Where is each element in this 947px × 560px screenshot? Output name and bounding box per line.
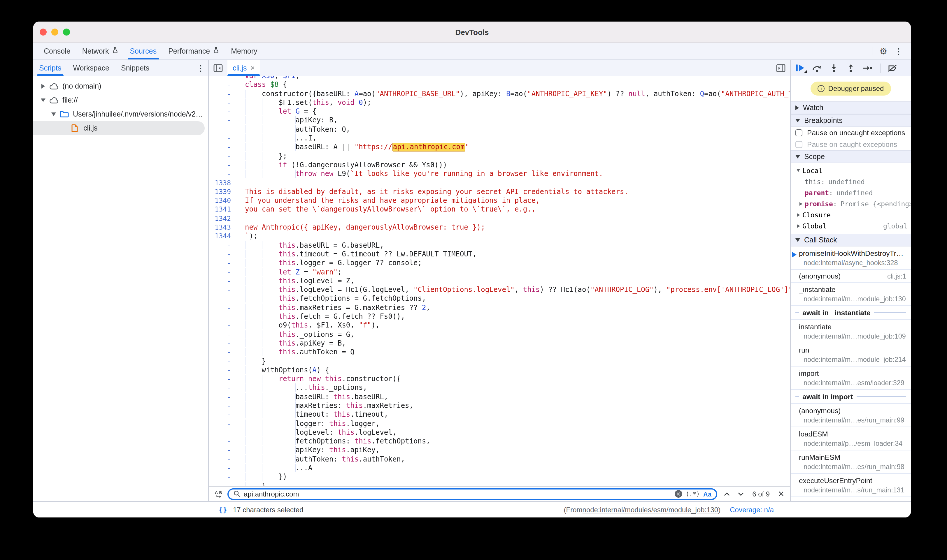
- close-find-bar-icon[interactable]: ✕: [778, 489, 784, 498]
- clear-search-icon[interactable]: ✕: [675, 490, 682, 498]
- scope-property-promise[interactable]: promise:Promise {<pending>}: [791, 198, 911, 209]
- call-stack-frame[interactable]: runnode:internal/m…module_job:214: [791, 343, 911, 366]
- code-line[interactable]: 1341you can set the \`dangerouslyAllowBr…: [209, 205, 790, 214]
- code-line[interactable]: - authToken: Q,: [209, 125, 790, 134]
- breakpoint-option[interactable]: Pause on caught exceptions: [791, 139, 911, 150]
- call-stack-frame[interactable]: promiseInitHookWithDestroyTr…node:intern…: [791, 246, 911, 270]
- regex-toggle[interactable]: (.*): [686, 491, 700, 497]
- tab-scripts[interactable]: Scripts: [33, 60, 67, 76]
- from-source-link[interactable]: node:internal/modules/esm/module_job:130: [583, 506, 719, 514]
- scope-group-closure[interactable]: Closure: [791, 209, 911, 220]
- code-line[interactable]: - withOptions(A) {: [209, 366, 790, 375]
- code-line[interactable]: 1338: [209, 178, 790, 188]
- code-editor[interactable]: var Xs0, $F1;-class $8 {- constructor({b…: [209, 76, 790, 486]
- call-stack-frame[interactable]: (anonymous)cli.js:1: [791, 270, 911, 283]
- code-line[interactable]: 1344`);: [209, 232, 790, 241]
- code-line[interactable]: - }: [209, 357, 790, 366]
- code-line[interactable]: - let G = {: [209, 107, 790, 116]
- code-line[interactable]: - ...I,: [209, 134, 790, 143]
- tab-workspace[interactable]: Workspace: [67, 60, 115, 76]
- code-line[interactable]: - baseURL: A || "https://api.anthropic.c…: [209, 143, 790, 152]
- code-line[interactable]: - this._options = G,: [209, 330, 790, 339]
- replace-toggle-icon[interactable]: AB: [214, 490, 223, 498]
- call-stack-frame[interactable]: (anonymous)node:internal/m…main_module:2: [791, 497, 911, 501]
- pretty-print-icon[interactable]: {}: [219, 506, 227, 514]
- code-line[interactable]: - baseURL: this.baseURL,: [209, 392, 790, 402]
- code-line[interactable]: - authToken: this.authToken,: [209, 455, 790, 464]
- call-stack-frame[interactable]: instantiatenode:internal/m…module_job:10…: [791, 320, 911, 343]
- code-line[interactable]: - logger: this.logger,: [209, 419, 790, 428]
- code-line[interactable]: - this.fetchOptions = G.fetchOptions,: [209, 295, 790, 304]
- tab-performance[interactable]: Performance: [162, 43, 225, 60]
- section-call-stack[interactable]: Call Stack: [791, 234, 911, 246]
- close-window-button[interactable]: [40, 29, 47, 35]
- minimize-window-button[interactable]: [51, 29, 58, 35]
- chevron-right-icon[interactable]: [797, 202, 805, 205]
- code-line[interactable]: - this.logLevel = Z,: [209, 277, 790, 286]
- code-line[interactable]: - throw new L9(`It looks like you're run…: [209, 170, 790, 179]
- section-breakpoints[interactable]: Breakpoints: [791, 114, 911, 127]
- code-line[interactable]: 1342: [209, 214, 790, 223]
- close-tab-icon[interactable]: ×: [250, 63, 255, 72]
- code-line[interactable]: 1339This is disabled by default, as it r…: [209, 188, 790, 197]
- chevron-down-icon[interactable]: [48, 112, 59, 116]
- code-line[interactable]: - if (!G.dangerouslyAllowBrowser && Ys0(…: [209, 161, 790, 170]
- chevron-right-icon[interactable]: [794, 224, 802, 228]
- chevron-down-icon[interactable]: [794, 169, 802, 172]
- code-line[interactable]: - apiKey: this.apiKey,: [209, 446, 790, 455]
- call-stack-frame[interactable]: _instantiatenode:internal/m…module_job:1…: [791, 283, 911, 306]
- code-line[interactable]: - this.authToken = Q: [209, 348, 790, 357]
- coverage-link[interactable]: Coverage: n/a: [730, 506, 774, 514]
- code-line[interactable]: - apiKey: B,: [209, 116, 790, 125]
- code-line[interactable]: - };: [209, 152, 790, 161]
- code-line[interactable]: - this.timeout = G.timeout ?? Lw.DEFAULT…: [209, 250, 790, 259]
- next-match-icon[interactable]: [736, 492, 745, 496]
- breakpoint-option[interactable]: Pause on uncaught exceptions: [791, 127, 911, 139]
- code-line[interactable]: - timeout: this.timeout,: [209, 411, 790, 420]
- tree-item-users-jinhuilee-nvm-versions-node-v2-[interactable]: Users/jinhuilee/.nvm/versions/node/v2…: [33, 107, 208, 121]
- chevron-right-icon[interactable]: [794, 213, 802, 217]
- code-line[interactable]: - this.logger = G.logger ?? console;: [209, 259, 790, 268]
- zoom-window-button[interactable]: [63, 29, 70, 35]
- tab-snippets[interactable]: Snippets: [115, 60, 155, 76]
- scope-property-this[interactable]: this:undefined: [791, 176, 911, 187]
- call-stack-frame[interactable]: (anonymous)node:internal/m…es/run_main:9…: [791, 404, 911, 427]
- code-line[interactable]: -class $8 {: [209, 81, 790, 90]
- code-line[interactable]: 1340If you understand the risks and have…: [209, 196, 790, 205]
- show-debugger-sidebar-icon[interactable]: [771, 60, 790, 76]
- code-line[interactable]: - o9(this, $F1, Xs0, "f"),: [209, 322, 790, 331]
- previous-match-icon[interactable]: [722, 492, 731, 496]
- search-input[interactable]: api.anthropic.com ✕ (.*) Aa: [227, 488, 717, 500]
- code-line[interactable]: - maxRetries: this.maxRetries,: [209, 402, 790, 411]
- step-out-button[interactable]: [846, 64, 856, 72]
- tree-item-file-[interactable]: file://: [33, 93, 208, 107]
- settings-gear-icon[interactable]: ⚙: [876, 43, 891, 60]
- code-line[interactable]: - constructor({baseURL: A=ao("ANTHROPIC_…: [209, 89, 790, 98]
- code-line[interactable]: var Xs0, $F1;: [209, 76, 790, 81]
- code-line[interactable]: - }): [209, 473, 790, 482]
- step-button[interactable]: [863, 65, 872, 71]
- code-line[interactable]: - this.logLevel = Hc1(G.logLevel, "Clien…: [209, 286, 790, 295]
- chevron-down-icon[interactable]: [38, 98, 48, 102]
- tab-memory[interactable]: Memory: [225, 43, 263, 60]
- code-line[interactable]: - this.fetch = G.fetch ?? Fs0(),: [209, 312, 790, 322]
- section-watch[interactable]: Watch: [791, 102, 911, 114]
- code-line[interactable]: - this.baseURL = G.baseURL,: [209, 241, 790, 250]
- tree-item--no-domain-[interactable]: (no domain): [33, 79, 208, 93]
- hide-navigator-icon[interactable]: [209, 60, 227, 76]
- file-tab-clijs[interactable]: cli.js ×: [227, 60, 260, 76]
- code-line[interactable]: - this.apiKey = B,: [209, 339, 790, 348]
- code-line[interactable]: - let Z = "warn";: [209, 268, 790, 277]
- resume-script-button[interactable]: [796, 64, 805, 72]
- step-into-button[interactable]: [829, 64, 839, 72]
- checkbox[interactable]: [795, 129, 802, 136]
- scope-group-local[interactable]: Local: [791, 165, 911, 176]
- search-query[interactable]: api.anthropic.com: [244, 490, 671, 498]
- call-stack-frame[interactable]: runMainESMnode:internal/m…es/run_main:98: [791, 451, 911, 474]
- code-line[interactable]: - return new this.constructor({: [209, 375, 790, 384]
- tab-sources[interactable]: Sources: [124, 43, 162, 60]
- step-over-button[interactable]: [812, 64, 822, 72]
- tab-network[interactable]: Network: [76, 43, 124, 60]
- code-line[interactable]: - fetchOptions: this.fetchOptions,: [209, 437, 790, 446]
- tree-item-cli-js[interactable]: cli.js: [33, 121, 205, 135]
